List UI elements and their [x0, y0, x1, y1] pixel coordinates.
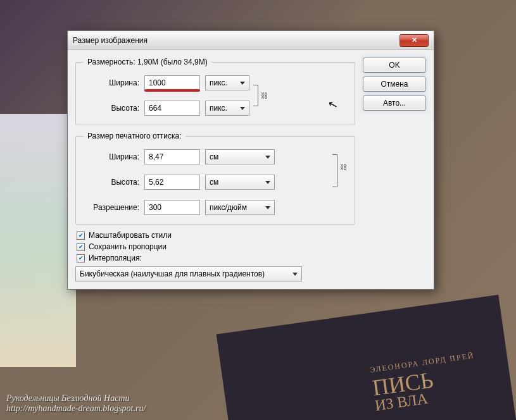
right-column: OK Отмена Авто... — [363, 58, 426, 281]
chevron-down-icon — [240, 82, 245, 85]
print-dimensions-legend: Размер печатного оттиска: — [84, 132, 186, 140]
interpolation-checkbox[interactable]: ✔ — [77, 254, 85, 262]
width-input[interactable] — [144, 75, 200, 90]
print-width-input[interactable] — [144, 149, 200, 164]
scale-styles-checkbox[interactable]: ✔ — [77, 232, 85, 240]
width-label: Ширина: — [84, 78, 139, 87]
background-fabric — [0, 114, 76, 367]
resolution-unit-combo[interactable]: пикс/дюйм — [205, 200, 275, 215]
dialog-title: Размер изображения — [73, 36, 148, 45]
auto-button[interactable]: Авто... — [363, 96, 426, 111]
height-input[interactable] — [144, 101, 200, 116]
print-dimensions-group: Размер печатного оттиска: Ширина: см — [75, 132, 355, 225]
cancel-button[interactable]: Отмена — [363, 77, 426, 92]
ok-button[interactable]: OK — [363, 58, 426, 73]
constrain-proportions-row: ✔ Сохранить пропорции — [75, 242, 355, 251]
print-height-input[interactable] — [144, 175, 200, 190]
dialog-body: Размерность: 1,90M (было 34,9M) Ширина: … — [68, 50, 434, 289]
watermark: Рукодельницы Безлюдной Насти http://myha… — [6, 393, 146, 414]
resolution-label: Разрешение: — [84, 203, 139, 212]
link-bracket — [331, 154, 339, 187]
constrain-proportions-checkbox[interactable]: ✔ — [77, 243, 85, 251]
print-width-unit-combo[interactable]: см — [205, 149, 275, 164]
chevron-down-icon — [240, 107, 245, 110]
print-width-label: Ширина: — [84, 152, 139, 161]
constrain-proportions-label: Сохранить пропорции — [89, 242, 167, 251]
chevron-down-icon — [265, 181, 270, 184]
close-button[interactable]: ✕ — [400, 34, 429, 47]
chain-icon: ⛓ — [261, 92, 268, 99]
image-size-dialog: Размер изображения ✕ Размерность: 1,90M … — [67, 30, 434, 290]
chain-icon: ⛓ — [340, 163, 347, 171]
interpolation-method-combo[interactable]: Бикубическая (наилучшая для плавных град… — [75, 266, 302, 281]
width-unit-combo[interactable]: пикс. — [205, 75, 249, 90]
titlebar: Размер изображения ✕ — [68, 31, 434, 50]
chevron-down-icon — [265, 156, 270, 159]
chevron-down-icon — [265, 206, 270, 209]
highlight-underline — [144, 89, 200, 92]
close-icon: ✕ — [412, 36, 417, 44]
print-height-label: Высота: — [84, 178, 139, 187]
height-unit-combo[interactable]: пикс. — [205, 101, 249, 116]
pixel-dimensions-group: Размерность: 1,90M (было 34,9M) Ширина: … — [75, 58, 355, 125]
left-column: Размерность: 1,90M (было 34,9M) Ширина: … — [75, 58, 355, 281]
interpolation-row: ✔ Интерполяция: — [75, 254, 355, 262]
interpolation-label: Интерполяция: — [89, 254, 142, 262]
pixel-dimensions-legend: Размерность: 1,90M (было 34,9M) — [84, 58, 211, 66]
link-bracket — [252, 85, 260, 106]
print-height-unit-combo[interactable]: см — [205, 175, 275, 190]
scale-styles-row: ✔ Масштабировать стили — [75, 231, 355, 240]
scale-styles-label: Масштабировать стили — [89, 231, 172, 240]
chevron-down-icon — [293, 273, 298, 276]
resolution-input[interactable] — [144, 200, 200, 215]
height-label: Высота: — [84, 104, 139, 113]
